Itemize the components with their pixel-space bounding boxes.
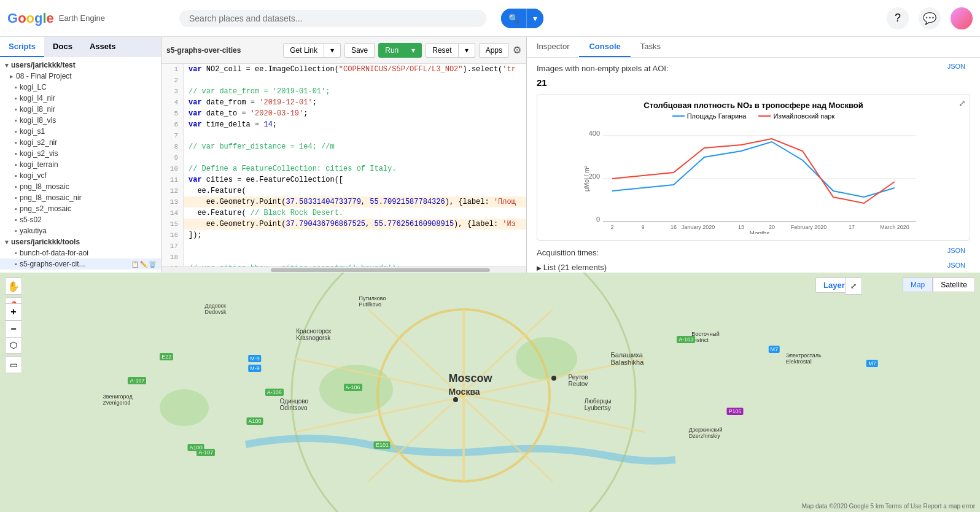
- json-label-2[interactable]: JSON: [947, 247, 965, 254]
- list-item[interactable]: ▪ yakutiya: [0, 225, 161, 236]
- tab-console[interactable]: Console: [579, 37, 630, 57]
- list-item[interactable]: ▪ kogi_s2_nir: [0, 137, 161, 148]
- pixels-output: Images with non-empty pixels at AOI: JSO…: [537, 63, 970, 75]
- list-item[interactable]: ▪ kogi_vcf: [0, 170, 161, 181]
- city-label-reutov: РеутовReutov: [569, 374, 588, 387]
- right-tab-bar: Inspector Console Tasks: [527, 37, 980, 58]
- city-label-lyubertsy: ЛюберцыLyubertsy: [585, 398, 612, 411]
- svg-text:400: 400: [589, 130, 600, 137]
- run-button[interactable]: Run: [378, 43, 405, 58]
- search-input[interactable]: [189, 14, 476, 23]
- svg-text:March 2020: March 2020: [880, 224, 909, 230]
- tab-inspector[interactable]: Inspector: [527, 37, 579, 57]
- editor-toolbar: s5-graphs-over-cities Get Link ▾ Save Ru…: [161, 37, 526, 64]
- svg-point-23: [292, 273, 636, 512]
- code-editor[interactable]: 1 var NO2_coll = ee.ImageCollection("COP…: [161, 64, 526, 266]
- list-row: List (21 elements) JSON: [537, 262, 970, 273]
- chart-area: Столбцовая плотность NO₂ в тропосфере на…: [537, 94, 970, 241]
- json-label-1[interactable]: JSON: [947, 63, 965, 70]
- top-bar: Google Earth Engine 🔍 ▾ ? 💬: [0, 0, 980, 37]
- user-avatar[interactable]: [951, 7, 973, 29]
- list-item[interactable]: ▪ kogi_s1: [0, 126, 161, 137]
- road-label-a100-1: A100: [246, 417, 263, 425]
- list-expandable[interactable]: List (21 elements): [537, 263, 607, 272]
- left-panel: Scripts Docs Assets ▾ users/jarickkk/tes…: [0, 37, 161, 273]
- chart-svg: 400 200 0 μMol / m² 2 9 16 January 2020: [543, 123, 963, 234]
- svg-text:Months: Months: [750, 230, 770, 234]
- list-item[interactable]: ▪ png_s2_mosaic: [0, 203, 161, 214]
- list-item[interactable]: ▪ png_l8_mosaic_nir: [0, 192, 161, 203]
- file-icon-delete[interactable]: 🗑️: [149, 261, 156, 268]
- tree-folder-final-project[interactable]: ▸ 08 - Final Project: [0, 71, 161, 82]
- list-item[interactable]: ▪ kogi_s2_vis: [0, 148, 161, 159]
- file-icon-edit[interactable]: ✏️: [140, 261, 147, 268]
- tab-tasks[interactable]: Tasks: [631, 37, 671, 57]
- rect-tool[interactable]: ▭: [5, 356, 22, 373]
- get-link-dropdown[interactable]: ▾: [324, 43, 341, 58]
- svg-rect-18: [0, 273, 980, 512]
- list-item-active[interactable]: ▪ s5-graphs-over-cit... 📋 ✏️ 🗑️: [0, 258, 161, 270]
- chart-legend: Площадь Гагарина Измайловский парк: [543, 112, 963, 120]
- list-item[interactable]: ▪ s5-s02: [0, 214, 161, 225]
- code-line-15: 15 ee.Geometry.Point(37.790436796867525,…: [161, 219, 526, 230]
- code-line-5: 5 var date_to = '2020-03-19';: [161, 108, 526, 119]
- code-line-19: 19 // var cities_bbox = cities.geometry(…: [161, 263, 526, 266]
- code-line-6: 6 var time_delta = 14;: [161, 119, 526, 130]
- svg-text:January 2020: January 2020: [682, 224, 715, 230]
- settings-button[interactable]: ⚙: [513, 44, 521, 56]
- file-icon-share[interactable]: 📋: [131, 261, 139, 268]
- svg-text:February 2020: February 2020: [791, 224, 827, 230]
- code-line-13: 13 ee.Geometry.Point(37.58331404733779, …: [161, 196, 526, 208]
- list-item[interactable]: ▪ kogi_LC: [0, 82, 161, 93]
- save-button-group: Save: [344, 43, 375, 58]
- help-button[interactable]: ?: [887, 7, 909, 29]
- zoom-in-button[interactable]: +: [5, 303, 22, 320]
- road-label-m7-1: M7: [769, 346, 780, 353]
- list-item[interactable]: ▪ png_l8_mosaic: [0, 181, 161, 192]
- city-label-vostochny: ВосточныйDistrict: [691, 331, 720, 343]
- road-label-e101: E101: [374, 441, 391, 449]
- list-item[interactable]: ▪ kogi_l4_nir: [0, 93, 161, 104]
- tree-folder-tools[interactable]: ▾ users/jarickkk/tools: [0, 236, 161, 247]
- list-item[interactable]: ▪ kogi_terrain: [0, 159, 161, 170]
- zoom-out-button[interactable]: −: [5, 320, 22, 338]
- fullscreen-button[interactable]: ⤢: [845, 277, 862, 295]
- tab-assets[interactable]: Assets: [81, 37, 125, 57]
- apps-button[interactable]: Apps: [479, 43, 509, 58]
- save-button[interactable]: Save: [344, 43, 375, 58]
- svg-text:0: 0: [596, 215, 600, 223]
- tab-docs[interactable]: Docs: [44, 37, 81, 57]
- get-link-button-group: Get Link ▾: [283, 43, 341, 58]
- chart-expand-button[interactable]: ⤢: [959, 98, 966, 108]
- map-view-button[interactable]: Map: [903, 277, 933, 292]
- list-item[interactable]: ▪ bunch-of-data-for-aoi: [0, 247, 161, 258]
- list-item[interactable]: ▪ kogi_l8_nir: [0, 104, 161, 115]
- code-line-2: 2: [161, 75, 526, 86]
- search-bar: [179, 10, 486, 27]
- search-dropdown-button[interactable]: ▾: [527, 9, 543, 28]
- chart-line-blue: [612, 142, 895, 197]
- satellite-view-button[interactable]: Satellite: [933, 277, 975, 292]
- horizontal-scrollbar[interactable]: [161, 266, 526, 273]
- reset-dropdown[interactable]: ▾: [459, 43, 475, 58]
- notifications-button[interactable]: 💬: [919, 7, 941, 29]
- code-line-14: 14 ee.Feature( // Black Rock Desert.: [161, 208, 526, 219]
- run-dropdown[interactable]: ▾: [405, 43, 422, 58]
- top-right-actions: ? 💬: [887, 7, 973, 29]
- json-label-3[interactable]: JSON: [947, 262, 965, 269]
- hand-tool[interactable]: ✋: [5, 277, 22, 295]
- search-button[interactable]: 🔍: [501, 9, 526, 28]
- city-label-balashikha: БалашихаBalashikha: [611, 351, 644, 366]
- tab-scripts[interactable]: Scripts: [0, 37, 44, 57]
- svg-text:13: 13: [738, 224, 744, 230]
- svg-line-27: [295, 359, 645, 432]
- list-item[interactable]: ▪ kogi_l8_vis: [0, 115, 161, 126]
- legend-item-1: Площадь Гагарина: [672, 112, 747, 120]
- city-label-dedovsk: ДедовскDedovsk: [205, 303, 227, 315]
- road-label-e22: E22: [160, 353, 173, 360]
- get-link-button[interactable]: Get Link: [283, 43, 324, 58]
- reset-button[interactable]: Reset: [426, 43, 458, 58]
- polygon-tool[interactable]: ⬡: [5, 336, 22, 354]
- zoom-controls: + −: [5, 303, 22, 338]
- tree-folder-test[interactable]: ▾ users/jarickkk/test: [0, 60, 161, 71]
